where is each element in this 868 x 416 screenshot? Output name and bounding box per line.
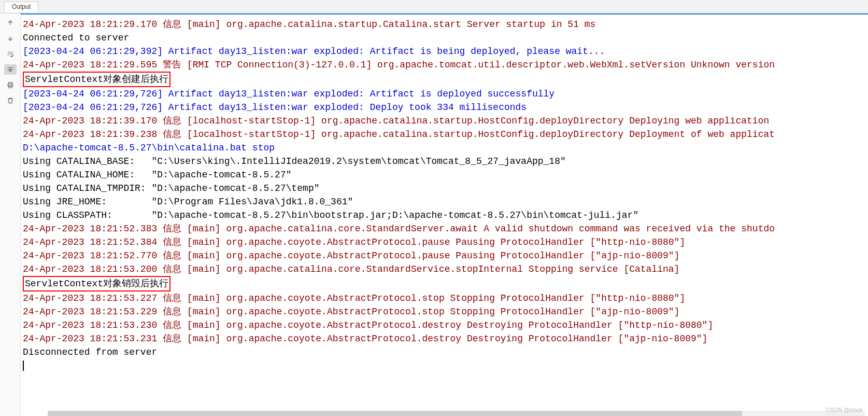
highlight-destroyed: ServletContext对象销毁后执行 [23,276,170,292]
log-line: 24-Apr-2023 18:21:29.595 警告 [RMI TCP Con… [23,60,775,70]
soft-wrap-icon[interactable] [4,49,17,59]
horizontal-scrollbar[interactable] [48,411,865,416]
log-line: Disconnected from server [23,347,157,357]
print-icon[interactable] [4,80,17,90]
log-line: D:\apache-tomcat-8.5.27\bin\catalina.bat… [23,143,275,153]
log-line: [2023-04-24 06:21:29,392] Artifact day13… [23,46,605,57]
log-line: Using JRE_HOME: "D:\Program Files\Java\j… [23,197,353,207]
scroll-to-end-icon[interactable] [4,64,17,75]
highlight-created: ServletContext对象创建后执行 [23,72,170,87]
down-icon[interactable] [4,33,17,44]
log-line: 24-Apr-2023 18:21:39.238 信息 [localhost-s… [23,129,775,140]
log-line: 24-Apr-2023 18:21:53.200 信息 [main] org.a… [23,264,679,274]
log-line: 24-Apr-2023 18:21:39.170 信息 [localhost-s… [23,116,769,126]
clear-icon[interactable] [4,95,17,106]
log-line: Using CLASSPATH: "D:\apache-tomcat-8.5.2… [23,210,638,220]
log-line: [2023-04-24 06:21:29,726] Artifact day13… [23,89,554,99]
log-line: 24-Apr-2023 18:21:53.230 信息 [main] org.a… [23,320,713,330]
up-icon[interactable] [4,18,17,28]
log-line: Using CATALINA_TMPDIR: "D:\apache-tomcat… [23,183,320,193]
console-output: 24-Apr-2023 18:21:29.170 信息 [main] org.a… [21,13,868,376]
output-scroll[interactable]: 24-Apr-2023 18:21:29.170 信息 [main] org.a… [21,13,868,416]
gutter [0,13,21,416]
scrollbar-thumb[interactable] [48,411,742,416]
log-line: Connected to server [23,33,129,43]
tab-output[interactable]: Output [4,2,38,12]
log-line: 24-Apr-2023 18:21:52.770 信息 [main] org.a… [23,251,679,261]
log-line: Using CATALINA_BASE: "C:\Users\king\.Int… [23,156,566,167]
watermark: CSDN @slaok [826,407,863,413]
log-line: 24-Apr-2023 18:21:29.170 信息 [main] org.a… [23,19,595,30]
log-line: 24-Apr-2023 18:21:52.384 信息 [main] org.a… [23,237,685,247]
log-line: [2023-04-24 06:21:29,726] Artifact day13… [23,102,527,113]
text-cursor [23,360,24,371]
log-line: 24-Apr-2023 18:21:52.383 信息 [main] org.a… [23,224,775,234]
log-line: 24-Apr-2023 18:21:53.227 信息 [main] org.a… [23,293,685,303]
log-line: Using CATALINA_HOME: "D:\apache-tomcat-8… [23,170,291,180]
tab-bar: Output [0,0,868,13]
log-line: 24-Apr-2023 18:21:53.231 信息 [main] org.a… [23,334,707,344]
log-line: 24-Apr-2023 18:21:53.229 信息 [main] org.a… [23,307,679,317]
